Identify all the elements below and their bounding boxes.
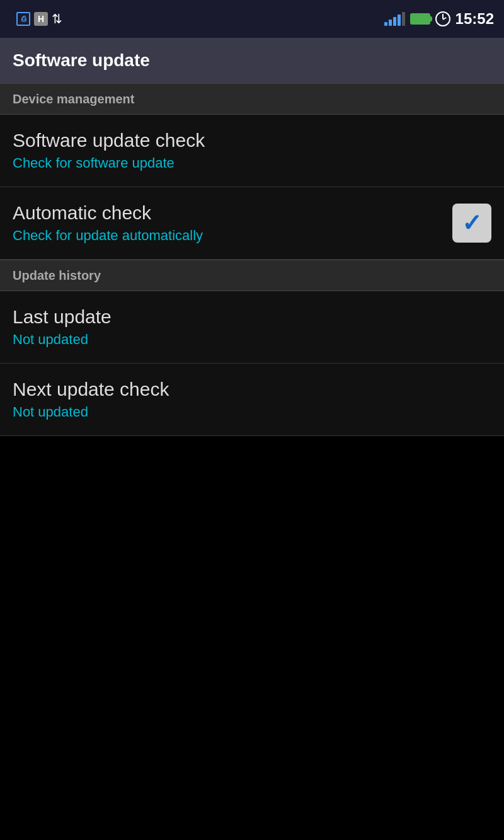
sync-icon: ⇅	[52, 11, 62, 26]
list-item-software-update-check[interactable]: Software update check Check for software…	[0, 115, 504, 187]
app-title-bar: Software update	[0, 38, 504, 83]
list-item-automatic-check[interactable]: Automatic check Check for update automat…	[0, 187, 504, 260]
list-item-next-update-check-title: Next update check	[13, 379, 491, 400]
section-header-update-history: Update history	[0, 260, 504, 291]
main-content: Device management Software update check …	[0, 83, 504, 650]
status-left-icons: ⎙ H ⇅	[16, 11, 62, 26]
signal-bar-2	[389, 20, 392, 26]
list-item-last-update-content: Last update Not updated	[13, 306, 491, 348]
status-bar: ⎙ H ⇅ 15:52	[0, 0, 504, 38]
automatic-check-checkbox[interactable]: ✓	[452, 204, 491, 243]
time-display: 15:52	[455, 10, 494, 28]
battery-icon	[410, 13, 430, 25]
section-header-device-management: Device management	[0, 83, 504, 115]
app-title: Software update	[13, 50, 150, 71]
list-item-last-update[interactable]: Last update Not updated	[0, 291, 504, 364]
bluetooth-icon: ⎙	[16, 12, 30, 26]
list-item-next-update-check[interactable]: Next update check Not updated	[0, 364, 504, 436]
status-icons: 15:52	[384, 10, 494, 28]
list-item-automatic-check-title: Automatic check	[13, 202, 452, 224]
list-item-next-update-check-subtitle: Not updated	[13, 404, 491, 420]
section-header-device-management-label: Device management	[13, 92, 134, 106]
signal-bar-1	[384, 22, 387, 26]
list-item-software-update-check-content: Software update check Check for software…	[13, 130, 491, 171]
clock-icon	[435, 11, 450, 26]
signal-bars	[384, 12, 405, 26]
h-network-icon: H	[34, 12, 48, 26]
signal-bar-5	[402, 12, 405, 26]
list-item-automatic-check-content: Automatic check Check for update automat…	[13, 202, 452, 244]
list-item-automatic-check-subtitle: Check for update automatically	[13, 227, 452, 244]
list-item-last-update-subtitle: Not updated	[13, 331, 491, 348]
checkmark-icon: ✓	[462, 211, 482, 235]
section-header-update-history-label: Update history	[13, 268, 101, 283]
list-item-software-update-check-subtitle: Check for software update	[13, 155, 491, 171]
list-item-next-update-check-content: Next update check Not updated	[13, 379, 491, 420]
signal-bar-4	[398, 14, 401, 26]
signal-bar-3	[393, 17, 396, 26]
list-item-last-update-title: Last update	[13, 306, 491, 328]
list-item-software-update-check-title: Software update check	[13, 130, 491, 151]
